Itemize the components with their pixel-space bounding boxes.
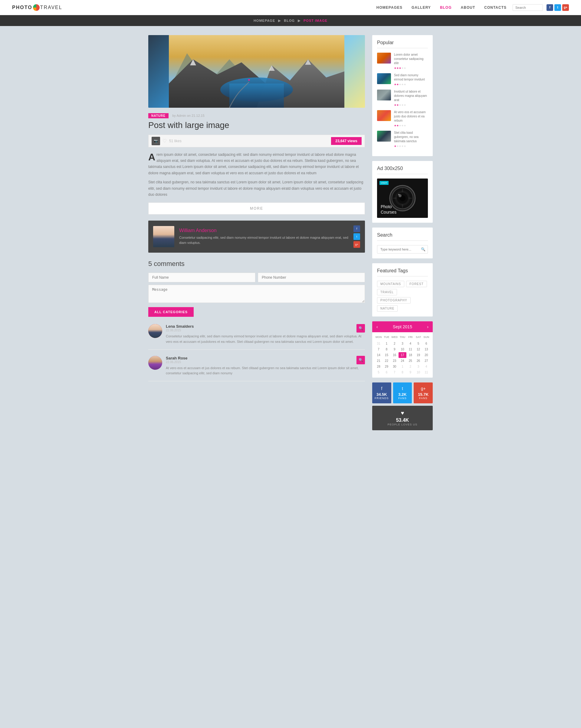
cal-date-22[interactable]: 22	[382, 358, 390, 364]
cal-date-23[interactable]: 23	[391, 358, 399, 364]
cal-date-5[interactable]: 5	[414, 341, 422, 346]
sidebar: Popular Lorem dolor amet consetetur sadi…	[372, 35, 433, 433]
cal-date-18[interactable]: 18	[406, 352, 414, 358]
cal-date-12[interactable]: 12	[414, 346, 422, 352]
tag-photography[interactable]: PHOTOGRAPHY	[377, 297, 411, 304]
cal-date-16[interactable]: 16	[391, 352, 399, 358]
popular-thumb-3[interactable]	[377, 89, 391, 101]
tag-mountains[interactable]: MOUNTAINS	[377, 281, 404, 287]
popular-thumb-5[interactable]	[377, 131, 391, 141]
facebook-header-icon[interactable]: f	[547, 4, 553, 11]
cal-date-9[interactable]: 9	[391, 346, 399, 352]
nav-blog[interactable]: BLOG	[440, 5, 452, 10]
cal-date-14[interactable]: 14	[375, 352, 382, 358]
cal-date-24[interactable]: 24	[399, 358, 406, 364]
tag-forest[interactable]: FOREST	[406, 281, 427, 287]
ad-box[interactable]: Visit PhotoCourses	[377, 179, 428, 218]
cal-date-41[interactable]: 11	[423, 369, 430, 375]
breadcrumb-homepage[interactable]: HOMEPAGE	[254, 19, 275, 22]
cal-date-34[interactable]: 4	[423, 364, 430, 369]
author-googleplus-btn[interactable]: g+	[353, 241, 360, 248]
cal-date-28[interactable]: 28	[375, 364, 382, 369]
cal-date-11[interactable]: 11	[406, 346, 414, 352]
views-badge: 23,647 views	[331, 137, 362, 145]
author-twitter-btn[interactable]: t	[353, 233, 360, 240]
calendar-dates: 3112345678910111213141516171819202122232…	[375, 341, 430, 375]
cal-date-0[interactable]: 31	[375, 341, 382, 346]
cal-date-6[interactable]: 6	[423, 341, 430, 346]
nav-contacts[interactable]: CONTACTS	[484, 5, 507, 10]
popular-thumb-2[interactable]	[377, 73, 391, 84]
comment-item-1: Lena Smalders 22.06.2015 Consetetur sadi…	[148, 324, 365, 349]
cal-date-19[interactable]: 19	[414, 352, 422, 358]
popular-thumb-4[interactable]	[377, 110, 391, 121]
ad-widget-title: Ad 300x250	[377, 166, 428, 174]
cal-date-36[interactable]: 6	[382, 369, 390, 375]
cal-date-13[interactable]: 13	[423, 346, 430, 352]
like-button[interactable]: ♡	[162, 138, 167, 144]
full-name-input[interactable]	[148, 272, 255, 282]
post-category-badge[interactable]: NATURE	[148, 113, 169, 118]
tags-widget: Featured Tags MOUNTAINS FOREST TRAVEL PH…	[372, 263, 433, 316]
popular-item-5: Stet clita kasd gubergren, no sea takima…	[377, 131, 428, 148]
cal-date-33[interactable]: 3	[414, 364, 422, 369]
cal-date-7[interactable]: 7	[375, 346, 382, 352]
cal-date-27[interactable]: 27	[423, 358, 430, 364]
googleplus-header-icon[interactable]: g+	[562, 4, 569, 11]
cal-date-8[interactable]: 8	[382, 346, 390, 352]
tag-nature[interactable]: NATURE	[377, 305, 398, 312]
cal-date-29[interactable]: 29	[382, 364, 390, 369]
author-facebook-btn[interactable]: f	[353, 226, 360, 232]
cal-date-17[interactable]: 17	[399, 352, 406, 358]
post-actions-bar: 📷 ♡ 51 likes 23,647 views	[148, 135, 365, 147]
cal-date-15[interactable]: 15	[382, 352, 390, 358]
cal-date-26[interactable]: 26	[414, 358, 422, 364]
popular-text-3: Invidunt ut labore et dolores magna aliq…	[394, 89, 428, 102]
post-title: Post with large image	[148, 120, 365, 130]
svg-point-16	[398, 194, 399, 195]
cal-date-35[interactable]: 5	[375, 369, 382, 375]
cal-date-21[interactable]: 21	[375, 358, 382, 364]
tags-container: MOUNTAINS FOREST TRAVEL PHOTOGRAPHY NATU…	[377, 281, 428, 312]
comment-date-1: 22.06.2015	[166, 329, 365, 332]
sidebar-search-input[interactable]	[377, 245, 428, 254]
comment-reply-icon-1[interactable]: 🔍	[356, 324, 365, 333]
header-search-input[interactable]	[513, 4, 543, 11]
cal-date-31[interactable]: 1	[399, 364, 406, 369]
submit-comment-button[interactable]: ALL CATEGORIES	[148, 307, 194, 317]
googleplus-stat[interactable]: g+ 15.7K FANS	[414, 383, 433, 403]
cal-date-40[interactable]: 10	[414, 369, 422, 375]
twitter-stat[interactable]: t 3.2K FANS	[393, 383, 412, 403]
sidebar-search-icon[interactable]: 🔍	[421, 247, 426, 252]
cal-date-1[interactable]: 1	[382, 341, 390, 346]
message-textarea[interactable]	[148, 285, 365, 303]
facebook-stat-count: 34.5K	[376, 392, 387, 397]
cal-date-2[interactable]: 2	[391, 341, 399, 346]
calendar-next-button[interactable]: ›	[427, 324, 428, 329]
breadcrumb-arrow-2: ▶	[298, 19, 301, 23]
popular-thumb-1[interactable]	[377, 53, 391, 63]
more-button[interactable]: MORE	[148, 202, 365, 214]
cal-date-37[interactable]: 7	[391, 369, 399, 375]
cal-date-30[interactable]: 30	[391, 364, 399, 369]
cal-date-25[interactable]: 25	[406, 358, 414, 364]
nav-homepages[interactable]: HOMEPAGES	[376, 5, 402, 10]
phone-input[interactable]	[258, 272, 365, 282]
cal-date-39[interactable]: 9	[406, 369, 414, 375]
tag-travel[interactable]: TRAVEL	[377, 289, 397, 295]
cal-date-20[interactable]: 20	[423, 352, 430, 358]
cal-date-10[interactable]: 10	[399, 346, 406, 352]
cal-date-3[interactable]: 3	[399, 341, 406, 346]
comment-reply-icon-2[interactable]: 🔍	[356, 356, 365, 364]
facebook-stat[interactable]: f 34.5K FRIENDS	[372, 383, 391, 403]
breadcrumb-blog[interactable]: BLOG	[284, 19, 295, 22]
love-stat[interactable]: ♥ 53.4K PEOPLE LOVES US	[372, 406, 433, 430]
cal-date-32[interactable]: 2	[406, 364, 414, 369]
camera-icon[interactable]: 📷	[152, 137, 160, 145]
nav-gallery[interactable]: GALLERY	[411, 5, 431, 10]
nav-about[interactable]: ABOUT	[461, 5, 475, 10]
cal-date-38[interactable]: 8	[399, 369, 406, 375]
cal-date-4[interactable]: 4	[406, 341, 414, 346]
twitter-header-icon[interactable]: t	[554, 4, 561, 11]
calendar-prev-button[interactable]: ‹	[376, 324, 378, 329]
